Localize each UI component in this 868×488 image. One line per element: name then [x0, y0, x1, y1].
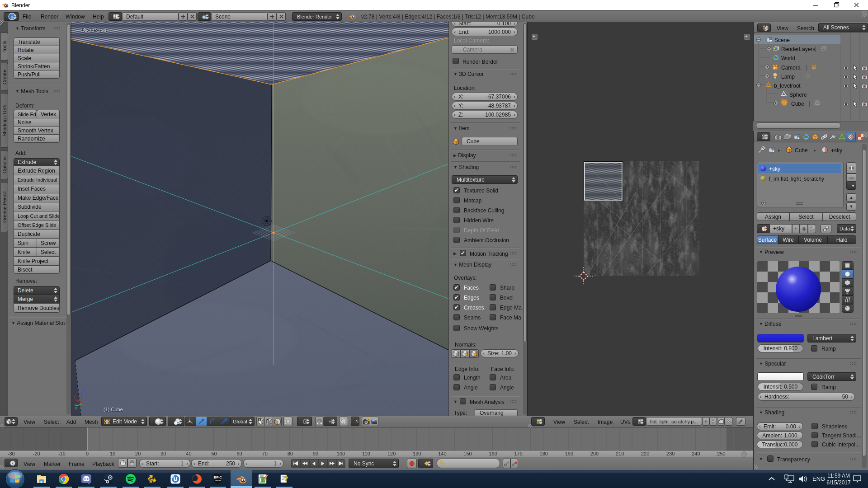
svg-text:EPIC: EPIC	[214, 475, 222, 479]
svg-text:GAMES: GAMES	[215, 479, 222, 482]
svg-text:y: y	[75, 406, 77, 410]
svg-text:Z: Z	[83, 387, 86, 392]
svg-text:x: x	[74, 394, 76, 399]
svg-text:?: ?	[284, 474, 288, 482]
